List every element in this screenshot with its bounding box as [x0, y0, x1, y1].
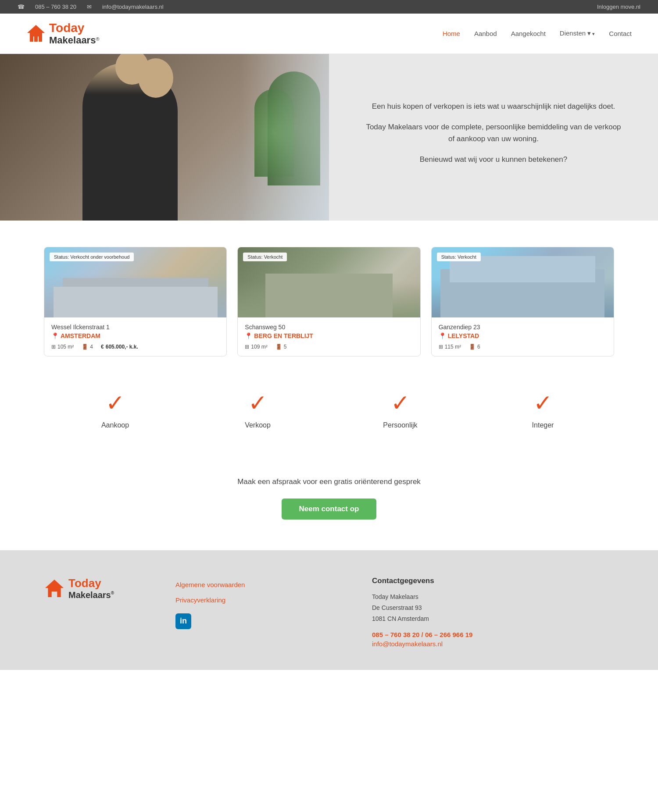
footer-linkedin-link[interactable]: in — [175, 613, 191, 629]
footer-address: De Cuserstraat 93 1081 CN Amsterdam — [372, 602, 614, 624]
rooms-icon-3: 🚪 — [469, 344, 476, 350]
footer-phone-link[interactable]: 085 – 760 38 20 / 06 – 266 966 19 — [372, 631, 614, 638]
feature-label-integer: Integer — [532, 421, 554, 429]
size-icon-1: ⊞ — [51, 344, 56, 350]
rooms-icon-1: 🚪 — [82, 344, 88, 350]
property-rooms-3: 🚪 6 — [469, 344, 480, 350]
checkmark-aankoop: ✓ — [106, 392, 125, 414]
footer-links: Algemene voorwaarden Privacyverklaring i… — [175, 577, 337, 629]
feature-label-aankoop: Aankoop — [101, 421, 129, 429]
rooms-icon-2: 🚪 — [275, 344, 282, 350]
property-image-3: Status: Verkocht — [432, 247, 614, 317]
property-city-1: 📍 AMSTERDAM — [51, 332, 219, 339]
feature-persoonlijk: ✓ Persoonlijk — [357, 392, 444, 429]
property-info-3: Ganzendiep 23 📍 LELYSTAD ⊞ 115 m² 🚪 6 — [432, 317, 614, 356]
nav-links: Home Aanbod Aangekocht Diensten ▾ Contac… — [443, 29, 632, 37]
footer-logo-text: Today Makelaars® — [68, 577, 114, 600]
footer-email-link[interactable]: info@todaymakelaars.nl — [372, 640, 443, 648]
property-price-1: € 605.000,- k.k. — [101, 344, 138, 350]
hero-paragraph-2: Today Makelaars voor de complete, persoo… — [364, 121, 623, 145]
footer-link-voorwaarden[interactable]: Algemene voorwaarden — [175, 581, 337, 588]
logo-today: Today — [49, 21, 100, 35]
login-link[interactable]: Inloggen move.nl — [597, 4, 640, 10]
svg-rect-1 — [34, 36, 38, 42]
navbar: Today Makelaars® Home Aanbod Aangekocht … — [0, 14, 658, 54]
phone-icon: ☎ — [18, 4, 25, 10]
checkmark-integer: ✓ — [533, 392, 553, 414]
location-pin-icon-1: 📍 — [51, 332, 59, 339]
property-card-2[interactable]: Status: Verkocht Schansweg 50 📍 BERG EN … — [237, 247, 420, 356]
status-badge-3: Status: Verkocht — [437, 253, 481, 261]
cta-text: Maak een afspraak voor een gratis oriënt… — [18, 477, 640, 486]
footer-logo: Today Makelaars® — [44, 577, 140, 600]
properties-grid: Status: Verkocht onder voorbehoud Wessel… — [44, 247, 614, 356]
status-badge-1: Status: Verkocht onder voorbehoud — [50, 253, 134, 261]
topbar: ☎ 085 – 760 38 20 ✉ info@todaymakelaars.… — [0, 0, 658, 14]
nav-aanbod[interactable]: Aanbod — [474, 30, 497, 37]
email-icon: ✉ — [87, 4, 92, 10]
logo: Today Makelaars® — [26, 21, 100, 46]
feature-label-persoonlijk: Persoonlijk — [383, 421, 417, 429]
checkmark-persoonlijk: ✓ — [391, 392, 410, 414]
svg-marker-2 — [45, 580, 64, 597]
hero-photo — [0, 54, 329, 221]
property-card-3[interactable]: Status: Verkocht Ganzendiep 23 📍 LELYSTA… — [431, 247, 614, 356]
footer-house-icon — [44, 579, 65, 598]
cta-section: Maak een afspraak voor een gratis oriënt… — [0, 456, 658, 550]
location-pin-icon-2: 📍 — [245, 332, 252, 339]
property-street-2: Schansweg 50 — [245, 324, 413, 331]
topbar-email[interactable]: info@todaymakelaars.nl — [102, 4, 164, 10]
property-size-2: ⊞ 109 m² — [245, 344, 267, 350]
property-card-1[interactable]: Status: Verkocht onder voorbehoud Wessel… — [44, 247, 227, 356]
checkmark-verkoop: ✓ — [248, 392, 268, 414]
footer-address-line1: De Cuserstraat 93 — [372, 602, 614, 613]
property-city-2: 📍 BERG EN TERBLIJT — [245, 332, 413, 339]
hero-content: Een huis kopen of verkopen is iets wat u… — [329, 54, 658, 221]
topbar-phone: 085 – 760 38 20 — [35, 4, 76, 10]
property-rooms-2: 🚪 5 — [275, 344, 287, 350]
contact-button[interactable]: Neem contact op — [282, 499, 377, 520]
property-info-2: Schansweg 50 📍 BERG EN TERBLIJT ⊞ 109 m²… — [238, 317, 420, 356]
property-details-2: ⊞ 109 m² 🚪 5 — [245, 344, 413, 350]
property-info-1: Wessel Ilckenstraat 1 📍 AMSTERDAM ⊞ 105 … — [44, 317, 226, 356]
size-icon-2: ⊞ — [245, 344, 249, 350]
feature-aankoop: ✓ Aankoop — [72, 392, 159, 429]
hero-paragraph-3: Benieuwd wat wij voor u kunnen betekenen… — [364, 153, 623, 165]
person-silhouette — [82, 63, 170, 221]
size-icon-3: ⊞ — [439, 344, 443, 350]
hero-paragraph-1: Een huis kopen of verkopen is iets wat u… — [364, 100, 623, 112]
hero-section: Een huis kopen of verkopen is iets wat u… — [0, 54, 658, 221]
logo-makelaars: Makelaars® — [49, 35, 100, 46]
property-street-3: Ganzendiep 23 — [439, 324, 607, 331]
property-size-3: ⊞ 115 m² — [439, 344, 461, 350]
hero-image — [0, 54, 329, 221]
property-city-3: 📍 LELYSTAD — [439, 332, 607, 339]
property-street-1: Wessel Ilckenstraat 1 — [51, 324, 219, 331]
feature-label-verkoop: Verkoop — [245, 421, 271, 429]
footer-logo-makelaars: Makelaars® — [68, 590, 114, 600]
footer: Today Makelaars® Algemene voorwaarden Pr… — [0, 550, 658, 670]
status-badge-2: Status: Verkocht — [243, 253, 287, 261]
logo-house-icon — [26, 24, 46, 43]
nav-diensten[interactable]: Diensten ▾ — [560, 29, 595, 37]
footer-company-name: Today Makelaars — [372, 591, 614, 602]
property-details-1: ⊞ 105 m² 🚪 4 € 605.000,- k.k. — [51, 344, 219, 350]
footer-contact-title: Contactgegevens — [372, 577, 614, 585]
property-image-2: Status: Verkocht — [238, 247, 420, 317]
footer-link-privacy[interactable]: Privacyverklaring — [175, 596, 337, 604]
footer-logo-today: Today — [68, 577, 114, 590]
property-image-1: Status: Verkocht onder voorbehoud — [44, 247, 226, 317]
properties-section: Status: Verkocht onder voorbehoud Wessel… — [0, 221, 658, 374]
nav-aangekocht[interactable]: Aangekocht — [511, 30, 546, 37]
property-size-1: ⊞ 105 m² — [51, 344, 74, 350]
property-details-3: ⊞ 115 m² 🚪 6 — [439, 344, 607, 350]
feature-integer: ✓ Integer — [499, 392, 587, 429]
features-section: ✓ Aankoop ✓ Verkoop ✓ Persoonlijk ✓ Inte… — [0, 374, 658, 456]
features-grid: ✓ Aankoop ✓ Verkoop ✓ Persoonlijk ✓ Inte… — [44, 392, 614, 429]
nav-contact[interactable]: Contact — [609, 30, 632, 37]
footer-logo-wrapper: Today Makelaars® — [44, 577, 140, 600]
nav-home[interactable]: Home — [443, 30, 460, 37]
price-icon-1: € — [101, 344, 104, 350]
topbar-right: Inloggen move.nl — [597, 4, 640, 10]
logo-text: Today Makelaars® — [49, 21, 100, 46]
